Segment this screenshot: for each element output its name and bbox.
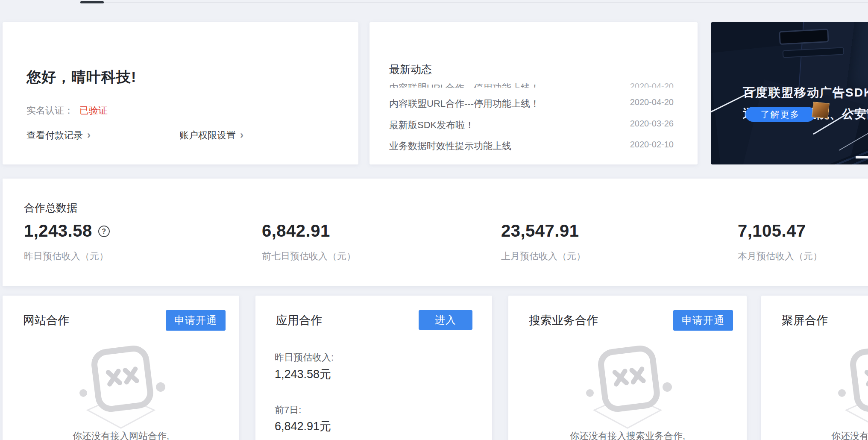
website-empty-text: 你还没有接入网站合作, [3,430,239,440]
search-coop-card: 搜索业务合作 申请开通 你还没有接入搜索业务合作, [508,296,747,440]
summary-title: 合作总数据 [24,201,77,215]
news-item-date: 2020-03-26 [630,119,674,132]
stat-label: 本月预估收入（元） [738,250,868,263]
stat-value: 23,547.91 [501,221,579,240]
news-scrolling-item: 内容联盟URL合作---停用功能上线！ 2020-04-20 [389,82,674,88]
active-tab-indicator[interactable] [80,1,104,3]
website-coop-card: 网站合作 申请开通 你还没有接入网站合作, [3,296,239,440]
stat-this-month: 7,105.47 本月预估收入（元） [738,221,868,263]
help-icon[interactable]: ? [98,226,110,237]
app-stat-value: 6,842.91元 [275,419,331,434]
stat-last-month: 23,547.91 上月预估收入（元） [501,221,723,263]
stat-label: 上月预估收入（元） [501,250,723,263]
stat-value: 7,105.47 [738,221,806,240]
app-coop-card: 应用合作 进入 昨日预估收入: 1,243.58元 前7日: 6,842.91元 [255,296,492,440]
app-stat-value: 1,243.58元 [275,367,331,382]
news-item-date: 2020-02-10 [630,140,674,153]
realname-status-badge: 已验证 [79,105,108,116]
news-card: 最新动态 内容联盟URL合作---停用功能上线！ 2020-04-20 内容联盟… [369,22,698,164]
news-item[interactable]: 业务数据时效性提示功能上线 2020-02-10 [389,140,674,153]
banner-bottom-dash [856,156,868,158]
screen-empty-text: 你还没有接入聚屏合作, [761,430,868,440]
stat-value: 6,842.91 [262,221,330,240]
realname-label: 实名认证： [26,105,73,116]
dashboard-page: 您好，晴叶科技! 实名认证：已验证 查看付款记录› 账户权限设置› 最新动态 内… [0,0,868,440]
enter-button[interactable]: 进入 [419,310,472,330]
chevron-right-icon: › [87,129,91,141]
news-title: 最新动态 [389,62,432,76]
top-divider [104,2,868,3]
website-coop-title: 网站合作 [23,313,69,328]
app-stat-label: 前7日: [275,404,301,417]
app-stat-label: 昨日预估收入: [275,351,334,364]
news-item-title: 内容联盟URL合作---停用功能上线！ [389,97,540,110]
empty-tv-mascot-icon [568,343,687,430]
account-permission-link[interactable]: 账户权限设置› [179,129,243,142]
news-item-title: 最新版SDK发布啦！ [389,119,474,132]
stat-label: 前七日预估收入（元） [262,250,484,263]
apply-open-button[interactable]: 申请开通 [673,310,733,331]
apply-open-button[interactable]: 申请开通 [166,310,226,331]
learn-more-button[interactable]: 了解更多 [745,107,815,122]
chevron-right-icon: › [240,129,243,141]
welcome-card: 您好，晴叶科技! 实名认证：已验证 查看付款记录› 账户权限设置› [3,22,358,164]
empty-tv-mascot-icon [820,343,868,430]
screen-coop-card: 聚屏合作 你还没有接入聚屏合作, [761,296,868,440]
stat-yesterday: 1,243.58? 昨日预估收入（元） [24,221,246,263]
banner-cube-decoration [812,102,830,119]
welcome-title: 您好，晴叶科技! [26,67,136,87]
search-empty-text: 你还没有接入搜索业务合作, [508,430,747,440]
realname-row: 实名认证：已验证 [26,104,108,117]
news-item-date: 2020-04-20 [630,97,674,110]
news-item[interactable]: 内容联盟URL合作---停用功能上线！ 2020-04-20 [389,97,674,110]
news-item[interactable]: 最新版SDK发布啦！ 2020-03-26 [389,119,674,132]
payment-records-link[interactable]: 查看付款记录› [26,129,91,142]
promo-banner[interactable]: 百度联盟移动广告SDK 通过中国信通院、公安部 了解更多 [711,22,868,164]
app-coop-title: 应用合作 [276,313,322,328]
banner-headline: 百度联盟移动广告SDK [743,85,868,101]
search-coop-title: 搜索业务合作 [529,313,598,328]
summary-section: 合作总数据 1,243.58? 昨日预估收入（元） 6,842.91 前七日预估… [3,179,868,286]
stat-label: 昨日预估收入（元） [24,250,246,263]
stat-last7days: 6,842.91 前七日预估收入（元） [262,221,484,263]
empty-tv-mascot-icon [61,343,181,430]
stat-value: 1,243.58 [24,221,92,240]
screen-coop-title: 聚屏合作 [782,313,828,328]
news-item-title: 业务数据时效性提示功能上线 [389,140,511,153]
